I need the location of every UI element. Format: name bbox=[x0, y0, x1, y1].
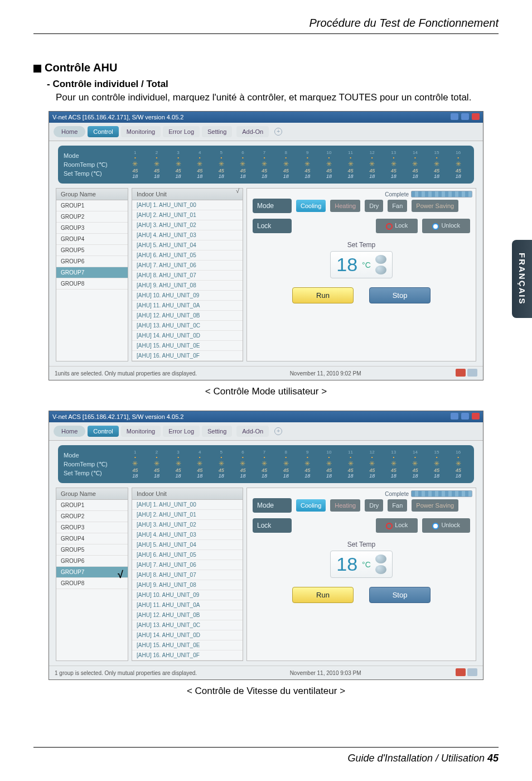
add-tab-icon[interactable]: + bbox=[274, 427, 282, 435]
nav-home[interactable]: Home bbox=[54, 426, 85, 437]
nav-monitoring[interactable]: Monitoring bbox=[121, 426, 161, 437]
unit-row[interactable]: [AHU] 11. AHU_UNIT_0A bbox=[132, 301, 243, 311]
status-cell[interactable]: 14•✳4518 bbox=[405, 150, 425, 179]
lock-button[interactable]: Lock bbox=[376, 518, 418, 532]
stop-button[interactable]: Stop bbox=[369, 587, 431, 603]
status-cell[interactable]: 15•✳4518 bbox=[427, 450, 447, 479]
nav-control[interactable]: Control bbox=[88, 126, 118, 137]
close-icon[interactable] bbox=[472, 413, 480, 420]
unlock-button[interactable]: Unlock bbox=[422, 219, 470, 233]
group-row[interactable]: GROUP4 bbox=[56, 533, 128, 544]
unit-row[interactable]: [AHU] 14. AHU_UNIT_0D bbox=[132, 331, 243, 341]
nav-setting[interactable]: Setting bbox=[202, 126, 232, 137]
unit-row[interactable]: [AHU] 12. AHU_UNIT_0B bbox=[132, 311, 243, 321]
group-row[interactable]: GROUP7√ bbox=[56, 567, 128, 578]
status-cell[interactable]: 3•✳4518 bbox=[168, 450, 188, 479]
minimize-icon[interactable] bbox=[451, 413, 458, 420]
unit-row[interactable]: [AHU] 6. AHU_UNIT_05 bbox=[132, 550, 243, 560]
unit-row[interactable]: [AHU] 8. AHU_UNIT_07 bbox=[132, 271, 243, 281]
group-row[interactable]: GROUP1 bbox=[56, 500, 128, 511]
group-row[interactable]: GROUP5 bbox=[56, 245, 128, 256]
group-row[interactable]: GROUP2 bbox=[56, 511, 128, 522]
unit-row[interactable]: [AHU] 1. AHU_UNIT_00 bbox=[132, 200, 243, 210]
unit-row[interactable]: [AHU] 7. AHU_UNIT_06 bbox=[132, 261, 243, 271]
unit-row[interactable]: [AHU] 1. AHU_UNIT_00 bbox=[132, 500, 243, 510]
status-cell[interactable]: 7•✳4518 bbox=[254, 150, 275, 179]
unit-row[interactable]: [AHU] 8. AHU_UNIT_07 bbox=[132, 570, 243, 580]
unit-row[interactable]: [AHU] 11. AHU_UNIT_0A bbox=[132, 600, 243, 610]
group-row[interactable]: GROUP4 bbox=[56, 234, 128, 245]
status-cell[interactable]: 7•✳4518 bbox=[254, 450, 275, 479]
unit-row[interactable]: [AHU] 4. AHU_UNIT_03 bbox=[132, 230, 243, 240]
unit-row[interactable]: [AHU] 15. AHU_UNIT_0E bbox=[132, 640, 243, 650]
status-cell[interactable]: 8•✳4518 bbox=[275, 450, 296, 479]
status-cell[interactable]: 13•✳4518 bbox=[384, 150, 404, 179]
unit-row[interactable]: [AHU] 9. AHU_UNIT_08 bbox=[132, 580, 243, 590]
status-cell[interactable]: 15•✳4518 bbox=[427, 150, 447, 179]
status-cell[interactable]: 12•✳4518 bbox=[362, 150, 383, 179]
status-cell[interactable]: 9•✳4518 bbox=[297, 450, 318, 479]
unit-row[interactable]: [AHU] 7. AHU_UNIT_06 bbox=[132, 560, 243, 570]
unit-row[interactable]: [AHU] 5. AHU_UNIT_04 bbox=[132, 240, 243, 250]
mode-fan[interactable]: Fan bbox=[388, 200, 407, 212]
unit-row[interactable]: [AHU] 3. AHU_UNIT_02 bbox=[132, 520, 243, 530]
unit-row[interactable]: [AHU] 9. AHU_UNIT_08 bbox=[132, 281, 243, 291]
maximize-icon[interactable] bbox=[461, 413, 469, 420]
status-cell[interactable]: 1•✳4518 bbox=[125, 450, 146, 479]
group-row[interactable]: GROUP7 bbox=[56, 267, 128, 278]
mode-heating[interactable]: Heating bbox=[330, 499, 360, 512]
mode-power-saving[interactable]: Power Saving bbox=[412, 200, 458, 212]
group-row[interactable]: GROUP6 bbox=[56, 556, 128, 567]
group-row[interactable]: GROUP2 bbox=[56, 211, 128, 223]
status-cell[interactable]: 6•✳4518 bbox=[233, 150, 253, 179]
run-button[interactable]: Run bbox=[292, 587, 354, 603]
status-cell[interactable]: 4•✳4518 bbox=[190, 450, 210, 479]
unit-row[interactable]: [AHU] 2. AHU_UNIT_01 bbox=[132, 510, 243, 520]
status-cell[interactable]: 8•✳4518 bbox=[275, 150, 296, 179]
status-cell[interactable]: 2•✳4518 bbox=[147, 150, 167, 179]
status-cell[interactable]: 10•✳4518 bbox=[319, 150, 340, 179]
close-icon[interactable] bbox=[472, 113, 480, 120]
status-cell[interactable]: 1•✳4518 bbox=[125, 150, 146, 179]
temp-down-icon[interactable] bbox=[375, 565, 386, 574]
mode-cooling[interactable]: Cooling bbox=[296, 200, 326, 212]
mode-power-saving[interactable]: Power Saving bbox=[412, 499, 458, 512]
status-cell[interactable]: 16•✳4518 bbox=[448, 450, 468, 479]
run-button[interactable]: Run bbox=[292, 287, 354, 303]
nav-errorlog[interactable]: Error Log bbox=[163, 126, 200, 137]
group-row[interactable]: GROUP5 bbox=[56, 544, 128, 556]
group-row[interactable]: GROUP3 bbox=[56, 223, 128, 234]
status-cell[interactable]: 12•✳4518 bbox=[362, 450, 383, 479]
unit-row[interactable]: [AHU] 16. AHU_UNIT_0F bbox=[132, 351, 243, 361]
unit-row[interactable]: [AHU] 16. AHU_UNIT_0F bbox=[132, 650, 243, 661]
status-cell[interactable]: 11•✳4518 bbox=[340, 150, 361, 179]
group-row[interactable]: GROUP8 bbox=[56, 578, 128, 589]
status-cell[interactable]: 9•✳4518 bbox=[297, 150, 318, 179]
nav-addon[interactable]: Add-On bbox=[236, 126, 269, 137]
group-row[interactable]: GROUP1 bbox=[56, 200, 128, 211]
unit-row[interactable]: [AHU] 12. AHU_UNIT_0B bbox=[132, 610, 243, 620]
status-cell[interactable]: 14•✳4518 bbox=[405, 450, 425, 479]
nav-monitoring[interactable]: Monitoring bbox=[121, 126, 161, 137]
status-cell[interactable]: 3•✳4518 bbox=[168, 150, 188, 179]
unit-row[interactable]: [AHU] 4. AHU_UNIT_03 bbox=[132, 530, 243, 540]
nav-home[interactable]: Home bbox=[54, 126, 85, 137]
group-row[interactable]: GROUP8 bbox=[56, 278, 128, 290]
unit-row[interactable]: [AHU] 2. AHU_UNIT_01 bbox=[132, 210, 243, 220]
nav-errorlog[interactable]: Error Log bbox=[163, 426, 200, 437]
unit-row[interactable]: [AHU] 10. AHU_UNIT_09 bbox=[132, 590, 243, 600]
status-cell[interactable]: 6•✳4518 bbox=[233, 450, 253, 479]
status-cell[interactable]: 16•✳4518 bbox=[448, 150, 468, 179]
unit-row[interactable]: [AHU] 15. AHU_UNIT_0E bbox=[132, 341, 243, 351]
unit-row[interactable]: [AHU] 13. AHU_UNIT_0C bbox=[132, 321, 243, 331]
status-cell[interactable]: 10•✳4518 bbox=[319, 450, 340, 479]
status-cell[interactable]: 2•✳4518 bbox=[147, 450, 167, 479]
unit-row[interactable]: [AHU] 14. AHU_UNIT_0D bbox=[132, 630, 243, 640]
temp-down-icon[interactable] bbox=[375, 266, 386, 274]
status-cell[interactable]: 5•✳4518 bbox=[211, 150, 232, 179]
group-row[interactable]: GROUP3 bbox=[56, 522, 128, 533]
status-cell[interactable]: 11•✳4518 bbox=[340, 450, 361, 479]
lock-button[interactable]: Lock bbox=[376, 219, 418, 233]
temp-up-icon[interactable] bbox=[375, 555, 386, 563]
status-cell[interactable]: 13•✳4518 bbox=[384, 450, 404, 479]
